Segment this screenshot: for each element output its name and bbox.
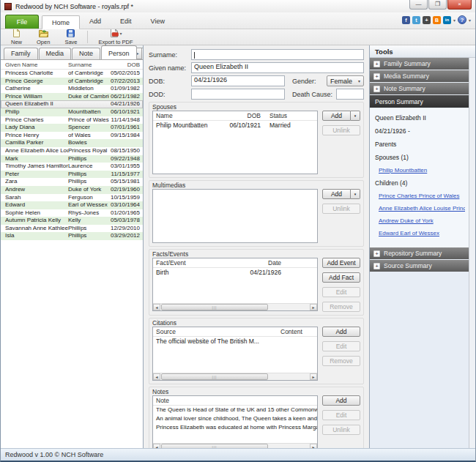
list-item[interactable]: Camilla Parker Bowles — [1, 139, 143, 147]
children-links: Prince Charles Prince of WalesAnne Eliza… — [375, 193, 465, 236]
maximize-button[interactable]: ❐ — [428, 0, 447, 10]
notes-horizontal-scrollbar[interactable]: ◄ ||| ► — [153, 443, 317, 448]
facts-edit-button: Edit — [322, 287, 360, 297]
list-item[interactable]: Philip Mountbatten 06/10/1921 — [1, 108, 143, 116]
surname-input[interactable] — [191, 49, 364, 60]
left-panel-tab[interactable]: Note — [72, 48, 100, 59]
list-item[interactable]: Savannah Anne Kathleen Phillips 12/29/20… — [1, 225, 143, 233]
spouse-link[interactable]: Philip Mountbatten — [379, 167, 465, 174]
list-item[interactable]: Princess Charlotte of Cambridge 05/02/20… — [1, 70, 143, 78]
gender-select[interactable]: Female ▾ — [327, 75, 364, 86]
list-item[interactable]: Lady Diana Spencer 07/01/1961 — [1, 124, 143, 132]
scrollbar-thumb[interactable]: ||| — [161, 304, 268, 310]
note-row[interactable]: The Queen is Head of State of the UK and… — [153, 406, 317, 414]
scroll-right-icon[interactable]: ► — [310, 373, 317, 380]
file-menu-button[interactable]: File — [5, 15, 39, 29]
child-link[interactable]: Prince Charles Prince of Wales — [379, 193, 465, 199]
minimize-button[interactable]: — — [409, 0, 428, 10]
citations-horizontal-scrollbar[interactable]: ◄ ||| ► — [153, 373, 317, 380]
list-item[interactable]: Isla Phillips 03/29/2012 — [1, 232, 143, 240]
note-row[interactable]: An animal lover since childhood, The Que… — [153, 414, 317, 423]
spouses-add-button[interactable]: Add — [322, 111, 351, 121]
add-fact-button[interactable]: Add Fact — [322, 272, 360, 283]
blogger-icon[interactable]: B — [433, 16, 441, 24]
facts-horizontal-scrollbar[interactable]: ◄ ||| ► — [153, 303, 317, 310]
help-dropdown-icon[interactable]: ▾ — [469, 18, 471, 23]
help-button[interactable]: ? — [458, 15, 466, 24]
scroll-right-icon[interactable]: ► — [310, 304, 317, 310]
list-item[interactable]: Queen Elizabeth II 04/21/1926 — [1, 100, 143, 108]
citations-add-button[interactable]: Add — [322, 327, 360, 337]
export-pdf-button[interactable]: ▾ Export to PDF — [91, 29, 140, 45]
list-item[interactable]: Andrew Duke of York 02/19/1960 — [1, 186, 143, 194]
save-button[interactable]: Save — [57, 29, 84, 45]
spouse-row[interactable]: Philip Mountbatten 06/10/1921 Married — [153, 121, 317, 130]
close-button[interactable]: × — [447, 0, 472, 10]
list-item[interactable]: Mark Phillips 09/22/1948 — [1, 155, 143, 163]
list-item[interactable]: Sarah Ferguson 10/15/1959 — [1, 194, 143, 202]
list-item[interactable]: Edward Earl of Wessex 03/10/1964 — [1, 201, 143, 209]
share-icon[interactable]: + — [423, 16, 431, 24]
scrollbar-thumb[interactable]: ||| — [161, 373, 268, 380]
accordion-header[interactable]: + Family Summary — [370, 58, 469, 70]
ribbon-tab[interactable]: Edit — [111, 15, 141, 29]
accordion-label: Media Summary — [384, 72, 429, 80]
column-dob[interactable]: DOB — [109, 60, 143, 70]
ribbon-tab[interactable]: View — [141, 15, 174, 29]
add-event-button[interactable]: Add Event — [322, 258, 360, 268]
left-panel-tab[interactable]: Media — [39, 48, 72, 59]
left-panel-tab[interactable]: Person — [101, 45, 137, 59]
fact-row[interactable]: Birth 04/21/1926 — [153, 268, 317, 277]
list-item[interactable]: Prince George of Cambridge 07/22/2013 — [1, 78, 143, 86]
child-link[interactable]: Edward Earl of Wessex — [379, 230, 465, 236]
list-item[interactable]: Prince William Duke of Cambridge 06/21/1… — [1, 93, 143, 101]
list-item[interactable]: Sophie Helen Rhys-Jones 01/20/1965 — [1, 209, 143, 217]
scroll-left-icon[interactable]: ◄ — [153, 373, 160, 380]
ribbon-tab[interactable]: Home — [42, 15, 80, 29]
list-item[interactable]: Anne Elizabeth Alice Louise Princess Roy… — [1, 147, 143, 155]
citation-row[interactable]: The official website of The British M... — [153, 337, 317, 346]
list-item[interactable]: Zara Phillips 05/15/1981 — [1, 178, 143, 186]
linkedin-icon[interactable]: in — [443, 16, 451, 24]
accordion-header[interactable]: + Source Summary — [370, 260, 469, 272]
cell-given-name: Catherine — [5, 85, 68, 93]
multimedias-add-dropdown-icon[interactable]: ▾ — [351, 189, 360, 199]
scroll-right-icon[interactable]: ► — [310, 444, 317, 448]
list-item[interactable]: Autumn Patricia Kelly Kelly 05/03/1978 — [1, 217, 143, 225]
notes-add-button[interactable]: Add — [322, 395, 360, 406]
export-dropdown-icon[interactable]: ▾ — [120, 31, 122, 36]
scroll-left-icon[interactable]: ◄ — [153, 304, 160, 310]
given-name-input[interactable]: Queen Elizabeth II — [191, 62, 364, 73]
list-item[interactable]: Prince Charles Prince of Wales 11/14/194… — [1, 116, 143, 124]
child-link[interactable]: Andrew Duke of York — [379, 217, 465, 224]
accordion-header[interactable]: + Repository Summary — [370, 247, 469, 259]
column-given-name[interactable]: Given Name — [5, 60, 68, 70]
scroll-left-icon[interactable]: ◄ — [153, 444, 160, 448]
multimedias-add-button[interactable]: Add — [322, 189, 351, 199]
ribbon-tab[interactable]: Add — [80, 15, 111, 29]
cell-surname: Kelly — [68, 217, 109, 225]
list-item[interactable]: Peter Phillips 11/15/1977 — [1, 171, 143, 179]
note-row[interactable]: Princess Elizabeth was educated at home … — [153, 423, 317, 432]
death-cause-input[interactable] — [336, 89, 364, 100]
tools-scrollbar-track[interactable] — [469, 58, 475, 448]
open-button[interactable]: Open — [29, 29, 57, 45]
list-item[interactable]: Timothy James Hamilton Laurence 03/01/19… — [1, 163, 143, 171]
list-item[interactable]: Catherine Middleton 01/09/1982 — [1, 85, 143, 93]
twitter-icon[interactable]: t — [412, 16, 420, 24]
accordion-header[interactable]: + Media Summary — [370, 70, 469, 82]
child-link[interactable]: Anne Elizabeth Alice Louise Princess Roy… — [379, 205, 465, 212]
cell-surname: Rhys-Jones — [68, 209, 109, 217]
social-dropdown-icon[interactable]: ▾ — [453, 18, 455, 23]
scrollbar-thumb[interactable]: ||| — [161, 444, 268, 448]
accordion-header[interactable]: + Note Summary — [370, 83, 469, 94]
list-item[interactable]: Prince Henry of Wales 09/15/1984 — [1, 132, 143, 140]
facebook-icon[interactable]: f — [402, 16, 410, 24]
left-panel-tab[interactable]: Family — [4, 48, 38, 59]
dod-input[interactable] — [191, 89, 285, 100]
new-button[interactable]: New — [4, 29, 29, 45]
spouses-add-dropdown-icon[interactable]: ▾ — [351, 111, 360, 121]
dob-input[interactable]: 04/21/1926 — [191, 75, 285, 86]
column-surname[interactable]: Surname — [68, 60, 109, 70]
person-summary-header[interactable]: Person Summary — [370, 95, 469, 108]
